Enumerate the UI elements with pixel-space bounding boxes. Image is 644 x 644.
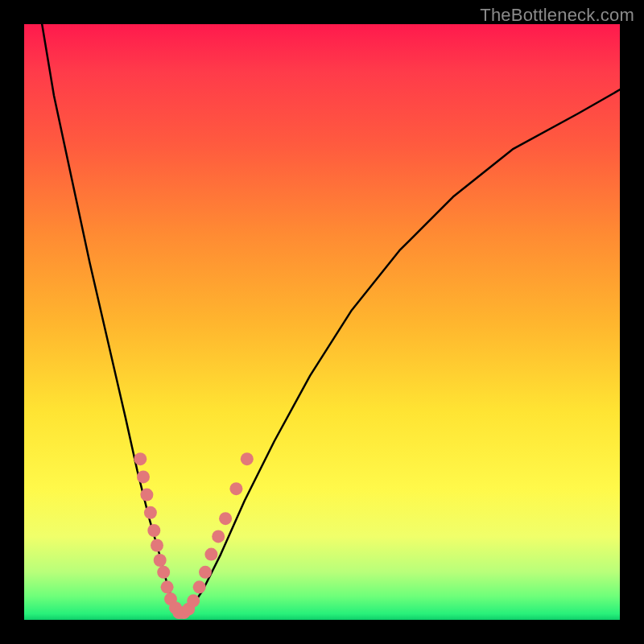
data-markers (134, 452, 253, 619)
data-marker (140, 489, 153, 502)
data-marker (151, 539, 163, 552)
data-marker (157, 566, 170, 579)
data-marker (134, 452, 147, 465)
data-marker (144, 506, 157, 519)
data-marker (199, 566, 212, 579)
data-marker (219, 512, 232, 525)
data-marker (137, 470, 150, 483)
data-marker (193, 580, 206, 593)
data-marker (187, 594, 200, 607)
chart-frame: TheBottleneck.com (0, 0, 644, 644)
data-marker (147, 524, 160, 537)
data-marker (241, 452, 254, 465)
data-marker (161, 580, 174, 593)
watermark-text: TheBottleneck.com (480, 5, 634, 26)
data-marker (154, 554, 167, 567)
chart-svg (24, 24, 620, 620)
data-marker (229, 482, 242, 495)
plot-area (24, 24, 620, 620)
data-marker (204, 548, 217, 561)
data-marker (212, 530, 225, 543)
bottleneck-curve (42, 24, 620, 614)
